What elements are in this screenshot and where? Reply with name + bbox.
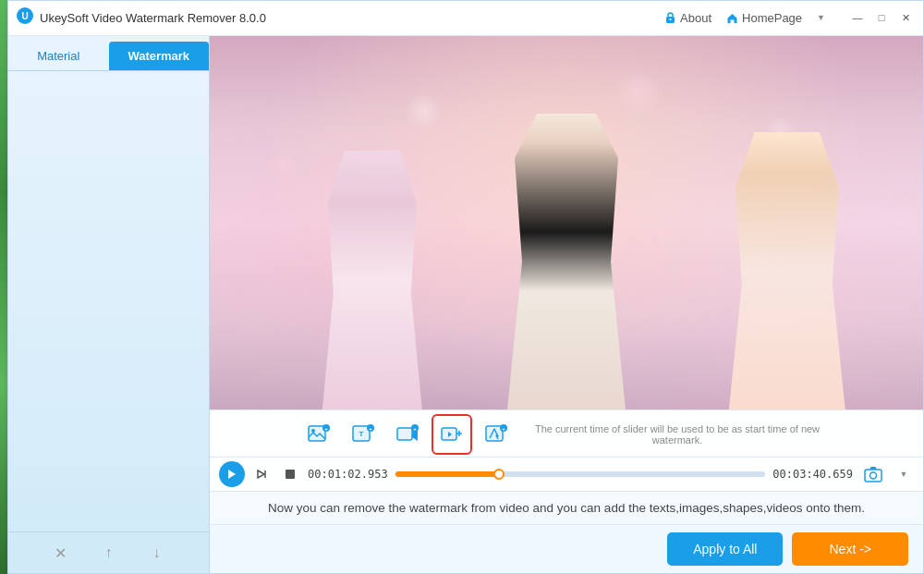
svg-rect-20 — [865, 470, 881, 482]
svg-rect-19 — [286, 470, 295, 479]
svg-point-3 — [670, 18, 672, 20]
total-time: 00:03:40.659 — [772, 468, 853, 481]
svg-text:+: + — [502, 426, 505, 432]
next-button[interactable]: Next -> — [792, 532, 908, 566]
progress-bar[interactable] — [395, 471, 766, 477]
add-shape-button[interactable]: + — [476, 414, 517, 455]
delete-item-button[interactable]: ✕ — [48, 540, 74, 566]
current-time: 00:01:02.953 — [308, 468, 388, 481]
lock-icon — [664, 12, 676, 24]
svg-point-21 — [870, 472, 877, 479]
play-button[interactable] — [219, 461, 245, 487]
info-text-area: Now you can remove the watermark from vi… — [210, 491, 923, 524]
homepage-label: HomePage — [742, 11, 802, 25]
about-nav[interactable]: About — [664, 11, 711, 25]
screenshot-button[interactable] — [860, 461, 886, 487]
move-down-button[interactable]: ↓ — [144, 540, 170, 566]
svg-text:+: + — [324, 426, 328, 432]
svg-text:+: + — [369, 426, 372, 432]
app-window: U UkeySoft Video Watermark Remover 8.0.0… — [7, 0, 924, 574]
toolbar-tooltip: The current time of slider will be used … — [520, 423, 834, 446]
stop-icon — [285, 469, 296, 480]
bottom-bar: Apply to All Next -> — [210, 524, 923, 573]
svg-text:U: U — [21, 11, 28, 21]
close-button[interactable]: ✕ — [895, 7, 916, 28]
sidebar: Material Watermark ✕ ↑ ↓ — [8, 36, 210, 573]
main-layout: Material Watermark ✕ ↑ ↓ — [8, 36, 923, 573]
tab-material[interactable]: Material — [8, 42, 109, 70]
minimize-button[interactable]: — — [847, 7, 868, 28]
add-text-icon: T + — [350, 421, 376, 447]
title-right: About HomePage ▼ — □ ✕ — [664, 7, 916, 28]
tab-watermark[interactable]: Watermark — [109, 42, 210, 70]
add-text-watermark-button[interactable]: T + — [343, 414, 383, 455]
title-bar: U UkeySoft Video Watermark Remover 8.0.0… — [8, 1, 923, 36]
figure-left — [317, 151, 428, 409]
svg-text:T: T — [359, 430, 364, 438]
home-icon — [726, 12, 738, 24]
apply-to-all-button[interactable]: Apply to All — [667, 532, 783, 566]
step-forward-button[interactable] — [252, 464, 273, 484]
dropdown-arrow-icon[interactable]: ▼ — [817, 13, 825, 22]
add-image-icon: + — [306, 421, 332, 447]
progress-fill — [395, 471, 499, 477]
sidebar-actions: ✕ ↑ ↓ — [8, 531, 209, 573]
step-forward-icon — [256, 468, 269, 481]
content-area: + T + — [210, 36, 923, 573]
video-display — [210, 36, 923, 409]
add-video-icon: + — [395, 421, 420, 447]
set-time-button[interactable] — [432, 414, 472, 455]
svg-rect-12 — [397, 428, 412, 440]
svg-text:+: + — [413, 426, 417, 432]
app-logo-icon: U — [16, 6, 34, 29]
window-controls: — □ ✕ — [847, 7, 916, 28]
sidebar-tabs: Material Watermark — [8, 42, 209, 71]
app-title: UkeySoft Video Watermark Remover 8.0.0 — [40, 11, 266, 25]
video-scene — [210, 36, 923, 409]
watermark-toolbar: + T + — [210, 409, 923, 457]
settings-dropdown-button[interactable]: ▼ — [894, 464, 914, 484]
info-message: Now you can remove the watermark from vi… — [268, 501, 865, 515]
set-time-icon — [439, 421, 465, 447]
add-image-watermark-button[interactable]: + — [298, 414, 339, 455]
maximize-button[interactable]: □ — [871, 7, 892, 28]
camera-icon — [864, 466, 882, 482]
homepage-nav[interactable]: HomePage — [726, 11, 802, 25]
add-shape-icon: + — [483, 421, 509, 447]
playback-bar: 00:01:02.953 00:03:40.659 ▼ — [210, 457, 923, 491]
add-video-watermark-button[interactable]: + — [387, 414, 428, 455]
progress-thumb — [493, 469, 505, 480]
stop-button[interactable] — [280, 464, 300, 484]
figure-right — [723, 132, 852, 409]
play-icon — [227, 469, 237, 480]
about-label: About — [680, 11, 711, 25]
title-left: U UkeySoft Video Watermark Remover 8.0.0 — [16, 6, 266, 29]
sidebar-list — [8, 71, 209, 531]
move-up-button[interactable]: ↑ — [96, 540, 122, 566]
